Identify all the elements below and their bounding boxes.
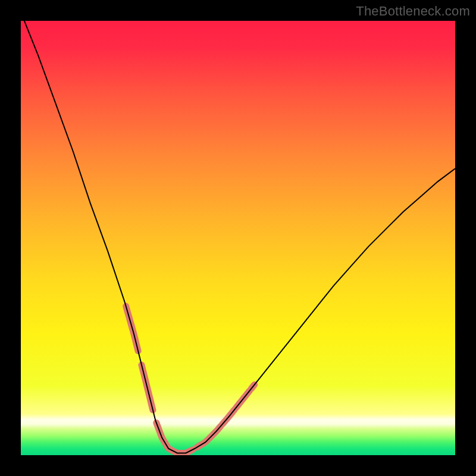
bottleneck-curve: [21, 21, 455, 453]
watermark-text: TheBottleneck.com: [356, 4, 470, 19]
bottleneck-chart: [21, 21, 455, 455]
plot-area: [21, 21, 455, 455]
app-frame: TheBottleneck.com: [0, 0, 476, 476]
